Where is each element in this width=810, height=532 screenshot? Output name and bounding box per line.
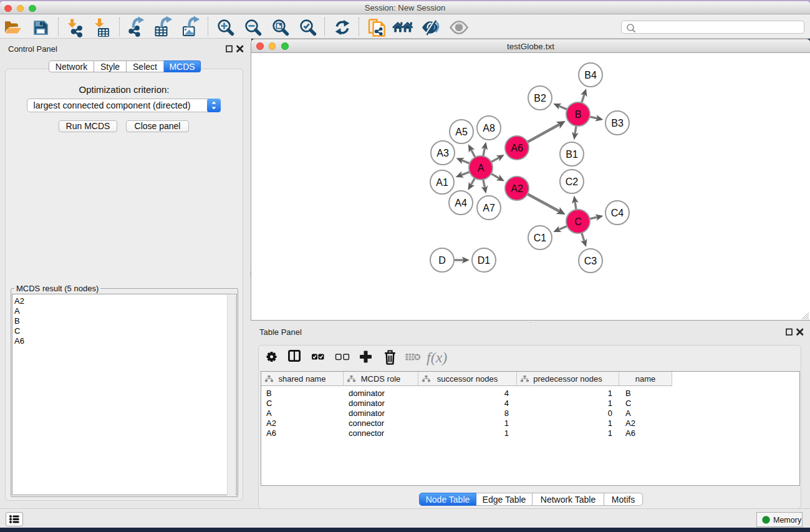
svg-text:A5: A5 [455, 127, 468, 137]
svg-text:C: C [574, 216, 582, 227]
svg-text:B2: B2 [534, 93, 546, 104]
svg-text:C4: C4 [611, 208, 624, 218]
svg-text:C1: C1 [534, 233, 547, 243]
svg-text:D1: D1 [478, 255, 491, 266]
svg-text:D: D [438, 255, 446, 266]
svg-text:A7: A7 [483, 203, 495, 213]
svg-text:A6: A6 [511, 143, 523, 153]
svg-text:B4: B4 [584, 70, 597, 80]
svg-text:C2: C2 [566, 177, 579, 187]
svg-text:f(x): f(x) [427, 349, 447, 365]
svg-text:B1: B1 [566, 149, 578, 160]
svg-text:B: B [575, 109, 582, 120]
svg-text:A: A [478, 163, 485, 173]
svg-text:B3: B3 [611, 118, 624, 128]
svg-text:A4: A4 [455, 198, 467, 208]
svg-text:C3: C3 [584, 256, 597, 266]
svg-text:A3: A3 [436, 148, 449, 158]
svg-text:A2: A2 [511, 183, 523, 194]
svg-text:A8: A8 [483, 123, 495, 133]
svg-text:A1: A1 [436, 177, 448, 188]
